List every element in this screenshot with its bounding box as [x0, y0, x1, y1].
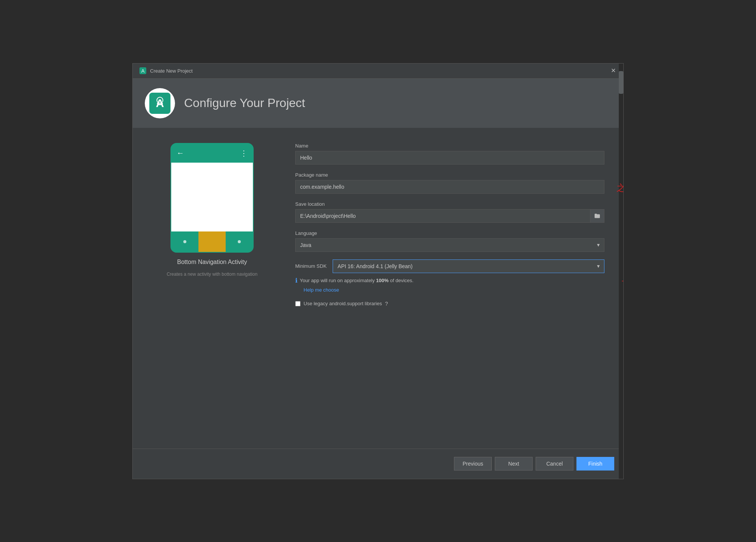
name-field-group: Name 工程名 — [295, 143, 604, 165]
nav-dot-3 — [238, 240, 241, 243]
language-select-wrapper: Java Kotlin ▼ — [295, 238, 604, 252]
info-icon: ℹ — [295, 277, 297, 284]
folder-icon — [594, 213, 600, 219]
page-title: Configure Your Project — [184, 96, 305, 110]
phone-top-bar: ← ⋮ — [171, 144, 253, 163]
main-content: ← ⋮ — [133, 128, 623, 449]
save-location-input[interactable] — [295, 209, 590, 223]
min-sdk-group: Minimum SDK API 16: Android 4.1 (Jelly B… — [295, 259, 604, 293]
title-bar: A Create New Project ✕ — [133, 64, 623, 79]
save-location-label: Save location — [295, 201, 604, 207]
nav-dot-2 — [211, 240, 214, 243]
min-sdk-select[interactable]: API 16: Android 4.1 (Jelly Bean) API 21:… — [333, 259, 604, 273]
save-location-field-group: Save location 保存的位置 — [295, 201, 604, 223]
name-input[interactable] — [295, 151, 604, 165]
activity-name: Bottom Navigation Activity — [177, 259, 247, 266]
phone-content-area — [171, 163, 253, 231]
language-select[interactable]: Java Kotlin — [295, 238, 604, 252]
sdk-info-content: Your app will run on approximately 100% … — [300, 278, 414, 283]
back-arrow-icon: ← — [177, 149, 184, 157]
legacy-label: Use legacy android.support libraries — [304, 301, 382, 306]
help-me-choose-link[interactable]: Help me choose — [304, 287, 339, 293]
package-name-field-group: Package name 之后打包的包名 — [295, 172, 604, 194]
name-label: Name — [295, 143, 604, 149]
help-question-icon[interactable]: ? — [385, 301, 388, 307]
header-logo: A — [145, 88, 175, 118]
help-link-container: Help me choose — [295, 286, 604, 293]
close-button[interactable]: ✕ — [609, 67, 617, 75]
legacy-checkbox-row: Use legacy android.support libraries ? — [295, 301, 604, 307]
finish-button[interactable]: Finish — [576, 457, 614, 471]
phone-mockup: ← ⋮ — [170, 143, 254, 253]
phone-bottom-nav — [171, 231, 253, 252]
nav-item-3 — [226, 231, 253, 252]
cancel-button[interactable]: Cancel — [536, 457, 573, 471]
scrollbar[interactable] — [619, 64, 623, 479]
language-field-group: Language Java Kotlin ▼ 使用的语言 — [295, 230, 604, 252]
phone-bottom-bar — [171, 231, 253, 252]
sdk-info-text: ℹ Your app will run on approximately 100… — [295, 277, 604, 284]
previous-button[interactable]: Previous — [454, 457, 492, 471]
sdk-select-wrapper: API 16: Android 4.1 (Jelly Bean) API 21:… — [333, 259, 604, 273]
svg-text:A: A — [141, 68, 145, 74]
browse-button[interactable] — [590, 209, 604, 223]
language-label: Language — [295, 230, 604, 236]
header: A Configure Your Project — [133, 79, 623, 128]
menu-dots-icon: ⋮ — [240, 149, 248, 158]
activity-description: Creates a new activity with bottom navig… — [167, 272, 257, 277]
min-sdk-label: Minimum SDK — [295, 263, 327, 269]
right-panel: Name 工程名 Package name 之后打包的包名 Save locat… — [295, 143, 604, 433]
nav-item-2 — [198, 231, 226, 252]
nav-dot-1 — [183, 240, 186, 243]
title-bar-title: Create New Project — [150, 68, 193, 74]
sdk-row: Minimum SDK API 16: Android 4.1 (Jelly B… — [295, 259, 604, 273]
create-project-dialog: A Create New Project ✕ A Configure Your … — [132, 63, 624, 479]
save-location-input-group — [295, 209, 604, 223]
footer: Previous Next Cancel Finish — [133, 449, 623, 479]
legacy-checkbox[interactable] — [295, 301, 301, 306]
title-bar-left: A Create New Project — [139, 67, 193, 75]
left-panel: ← ⋮ — [152, 143, 273, 433]
package-label: Package name — [295, 172, 604, 178]
next-button[interactable]: Next — [495, 457, 533, 471]
logo-icon: A — [149, 93, 170, 114]
scrollbar-thumb[interactable] — [619, 71, 623, 94]
android-studio-icon: A — [139, 67, 147, 75]
package-input[interactable] — [295, 180, 604, 194]
nav-item-1 — [171, 231, 198, 252]
